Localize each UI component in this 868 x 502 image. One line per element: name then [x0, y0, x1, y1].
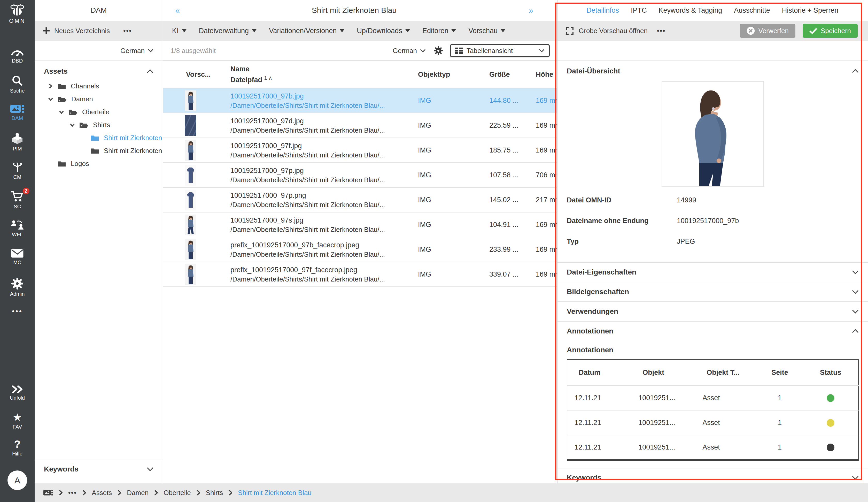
asset-name: 100192517000_97s.jpg [230, 215, 385, 225]
plus-icon[interactable] [43, 27, 50, 34]
asset-name: 100192517000_97d.jpg [230, 116, 385, 126]
breadcrumb-separator-icon [59, 490, 63, 495]
file-overview-section-header[interactable]: Datei-Übersicht [557, 60, 868, 81]
breadcrumb-more-button[interactable]: ••• [68, 489, 77, 497]
table-row[interactable]: 100192517000_97d.jpg/Damen/Oberteile/Shi… [163, 113, 557, 138]
sidebar-item-suche[interactable]: Suche [0, 75, 34, 93]
breadcrumb-item-damen[interactable]: Damen [127, 489, 148, 497]
tab-iptc[interactable]: IPTC [631, 7, 647, 14]
tree-item-shirts[interactable]: Shirts [34, 118, 163, 131]
table-row[interactable]: 100192517000_97p.jpg/Damen/Oberteile/Shi… [163, 163, 557, 188]
breadcrumb-item-shirts[interactable]: Shirts [206, 489, 223, 497]
breadcrumb: ••• Assets Damen Oberteile Shirts Shirt … [34, 483, 868, 502]
tab-detailinfos[interactable]: Detailinfos [586, 7, 619, 14]
sidebar-item-cm[interactable]: CM [0, 162, 34, 180]
sidebar-item-dam[interactable]: DAM [0, 104, 34, 121]
tree-item-shirt-mit-zierknoten[interactable]: Shirt mit Zierknoten [34, 144, 163, 157]
menu-variationen[interactable]: Variationen/Versionen [269, 27, 344, 35]
sidebar-item-fav[interactable]: ★ FAV [0, 412, 34, 430]
tree-item-shirt-mit-zierknoten-selected[interactable]: Shirt mit Zierknoten [34, 131, 163, 144]
column-header-height[interactable]: Höhe [536, 71, 553, 79]
table-row[interactable]: 100192517000_97f.jpg/Damen/Oberteile/Shi… [163, 138, 557, 163]
tree-item-oberteile[interactable]: Oberteile [34, 106, 163, 118]
usages-section-header[interactable]: Verwendungen [557, 301, 868, 321]
section-label: Bildeigenschaften [567, 288, 629, 296]
column-header-size[interactable]: Größe [489, 71, 510, 79]
user-avatar[interactable]: A [0, 471, 34, 490]
sidebar-item-admin[interactable]: Admin [0, 278, 34, 297]
table-row[interactable]: prefix_100192517000_97f_facecrop.jpeg/Da… [163, 262, 557, 287]
tree-item-damen[interactable]: Damen [34, 92, 163, 106]
tab-historie-sperren[interactable]: Historie + Sperren [782, 7, 838, 14]
annotation-row[interactable]: 12.11.21 10019251... Asset 1 [567, 410, 858, 435]
sidebar-item-mc[interactable]: MC [0, 249, 34, 265]
sidebar-item-unfold[interactable]: Unfold [0, 385, 34, 401]
view-select[interactable]: Tabellenansicht [450, 44, 550, 57]
breadcrumb-current[interactable]: Shirt mit Zierknoten Blau [238, 489, 311, 497]
table-row[interactable]: 100192517000_97b.jpg/Damen/Oberteile/Shi… [163, 88, 557, 113]
table-row[interactable]: 100192517000_97p.png/Damen/Oberteile/Shi… [163, 188, 557, 212]
new-folder-button[interactable]: Neues Verzeichnis [54, 27, 110, 35]
sidebar-more-button[interactable]: ••• [0, 307, 34, 315]
tree-language-select[interactable]: German [34, 41, 163, 61]
unfold-icon [11, 385, 23, 393]
pim-box-icon [11, 133, 23, 144]
column-header-type[interactable]: Objekttyp [418, 71, 450, 79]
sidebar-item-pim[interactable]: PIM [0, 133, 34, 151]
main-language-select[interactable]: German [393, 47, 426, 55]
annotations-section-header[interactable]: Annotationen [557, 321, 868, 341]
table-row[interactable]: 100192517000_97s.jpg/Damen/Oberteile/Shi… [163, 212, 557, 237]
keywords-section-header[interactable]: Keywords [34, 460, 163, 478]
field-label: Datei OMN-ID [567, 196, 677, 204]
tree-item-label: Channels [71, 82, 99, 90]
assets-header-label: Assets [44, 67, 68, 76]
asset-path: /Damen/Oberteile/Shirts/Shirt mit Zierkn… [230, 225, 385, 234]
prev-button[interactable]: « [175, 6, 180, 15]
settings-gear-icon[interactable] [434, 46, 443, 55]
menu-vorschau[interactable]: Vorschau [468, 27, 505, 35]
discard-button[interactable]: Verwerfen [740, 24, 795, 38]
column-header-preview[interactable]: Vorsc... [186, 71, 211, 79]
asset-path: /Damen/Oberteile/Shirts/Shirt mit Zierkn… [230, 200, 385, 209]
breadcrumb-media-icon[interactable] [43, 489, 53, 496]
asset-size: 144.80 ... [489, 97, 518, 105]
keywords-header-label: Keywords [44, 465, 79, 473]
save-button[interactable]: Speichern [803, 24, 858, 38]
asset-size: 107.58 ... [489, 171, 518, 179]
menu-editoren[interactable]: Editoren [422, 27, 456, 35]
tree-item-channels[interactable]: Channels [34, 80, 163, 92]
open-rough-preview-button[interactable]: Grobe Vorschau öffnen [579, 27, 648, 35]
assets-section-header[interactable]: Assets [34, 61, 163, 80]
mail-icon [11, 249, 24, 258]
sidebar-item-hilfe[interactable]: ? Hilfe [0, 439, 34, 456]
tab-keywords-tagging[interactable]: Keywords & Tagging [659, 7, 722, 14]
annotation-row[interactable]: 12.11.21 10019251... Asset 1 [567, 385, 858, 410]
language-value: German [393, 47, 417, 55]
column-header-name[interactable]: Name Dateipfad 1 ∧ [230, 64, 272, 84]
sidebar-item-label: CM [13, 174, 21, 180]
menu-dateiverwaltung[interactable]: Dateiverwaltung [199, 27, 257, 35]
preview-corners-icon [566, 27, 574, 34]
annotation-row[interactable]: 12.11.21 10019251... Asset 1 [567, 435, 858, 460]
sidebar-item-sc[interactable]: 2 SC [0, 191, 34, 209]
sidebar-item-omn[interactable]: OMN [0, 3, 34, 24]
tree-item-logos[interactable]: Logos [34, 157, 163, 170]
breadcrumb-item-oberteile[interactable]: Oberteile [164, 489, 191, 497]
detail-more-button[interactable]: ••• [657, 27, 665, 35]
file-properties-section-header[interactable]: Datei-Eigenschaften [557, 262, 868, 282]
app-sidebar: OMN DBD Suche DAM PIM CM 2 SC WFL MC Adm… [0, 0, 34, 502]
sidebar-item-wfl[interactable]: WFL [0, 220, 34, 237]
asset-size: 185.75 ... [489, 146, 518, 154]
tree-toolbar: Neues Verzeichnis ••• [34, 21, 163, 41]
image-properties-section-header[interactable]: Bildeigenschaften [557, 282, 868, 301]
tree-more-button[interactable]: ••• [123, 27, 132, 35]
next-button[interactable]: » [528, 6, 533, 15]
asset-height: 169 mm [536, 97, 557, 105]
breadcrumb-item-assets[interactable]: Assets [92, 489, 112, 497]
menu-updownloads[interactable]: Up/Downloads [357, 27, 410, 35]
sidebar-item-dbd[interactable]: DBD [0, 47, 34, 63]
menu-ki[interactable]: KI [172, 27, 187, 35]
asset-height: 169 mm [536, 146, 557, 154]
table-row[interactable]: prefix_100192517000_97b_facecrop.jpeg/Da… [163, 237, 557, 262]
tab-ausschnitte[interactable]: Ausschnitte [734, 7, 770, 14]
